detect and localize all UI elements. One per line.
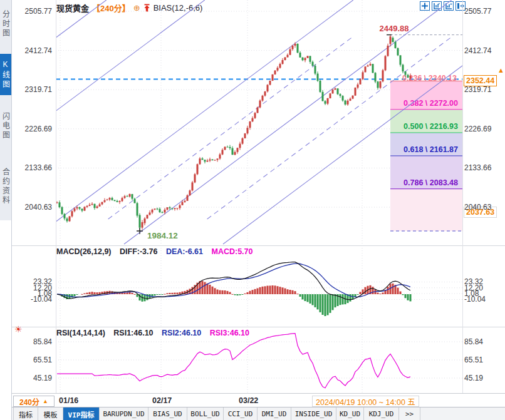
sidebar-tab-item[interactable]: 闪电图 <box>0 105 11 146</box>
rsi3-value: RSI3:46.10 <box>210 329 249 337</box>
y-axis-label: -10.04 <box>464 295 486 304</box>
svg-text:0.500 \ 2216.93: 0.500 \ 2216.93 <box>403 122 458 131</box>
indicator-tab[interactable]: >> <box>399 407 420 420</box>
price-up-arrow-icon: ▲ <box>497 66 504 74</box>
rsi-title: RSI(14,14,14) <box>56 329 105 337</box>
y-axis-label: 2505.77 <box>464 7 491 16</box>
y-axis-label: 2412.74 <box>464 46 491 55</box>
indicator-tab[interactable]: 指标 <box>13 407 38 420</box>
y-axis-label: 2319.71 <box>464 85 491 94</box>
y-axis-label: 2319.71 <box>12 85 52 94</box>
indicator-tab[interactable]: KDJ_UD <box>364 407 399 420</box>
period-selector[interactable]: 240分 ▲ <box>13 396 55 407</box>
y-axis-label: 85.84 <box>464 337 483 346</box>
indicator-tab[interactable]: VIP指标 <box>63 407 100 420</box>
panel-divider <box>12 327 505 327</box>
indicator-tab[interactable]: BIAS_UD <box>148 407 187 420</box>
macd-macd-value: MACD:5.70 <box>211 247 252 256</box>
y-axis-label: 2040.63 <box>464 203 491 212</box>
x-axis-tick-label: 03/22 <box>239 396 258 405</box>
macd-diff-value: DIFF:-3.76 <box>120 247 157 256</box>
plot-right-border <box>462 0 463 393</box>
period-caret-icon: ▲ <box>43 398 48 404</box>
panel-divider <box>12 245 505 246</box>
sidebar-tab-selected[interactable]: K线图 <box>0 54 11 95</box>
svg-text:0.618 \ 2161.87: 0.618 \ 2161.87 <box>403 145 458 154</box>
date-range-label: 2024/04/19 10:00 ~ 14:00 五 <box>312 396 419 407</box>
macd-title: MACD(26,12,9) <box>56 247 112 256</box>
svg-text:1984.12: 1984.12 <box>147 231 178 240</box>
y-axis-label: -10.04 <box>12 295 52 304</box>
y-axis-label: 45.19 <box>12 374 52 382</box>
y-axis-label: 65.51 <box>12 356 52 364</box>
chart-area: 现货黄金 【240分】 ⊕ BIAS(12,-6,6) <box>12 0 505 420</box>
indicator-settings-sun-icon[interactable]: ☀ <box>14 324 23 334</box>
y-axis-label: 2505.77 <box>12 7 52 16</box>
time-axis-bar: 240分 ▲ 2024/04/19 10:00 ~ 14:00 五 01/160… <box>12 393 505 407</box>
trading-app-window: 分时图K线图闪电图合约资料 现货黄金 【240分】 ⊕ BIAS(12,-6,6… <box>0 0 505 420</box>
indicator-tab[interactable]: CCI_UD <box>224 407 258 420</box>
rsi-header: RSI(14,14,14) RSI1:46.10 RSI2:46.10 RSI3… <box>56 329 256 337</box>
y-axis-label: 2226.69 <box>464 125 491 133</box>
indicator-tab[interactable]: 模板 <box>38 407 63 420</box>
left-sidebar: 分时图K线图闪电图合约资料 <box>0 0 12 420</box>
candlestick-plot[interactable]: 0.382 \ 2272.000.500 \ 2216.930.618 \ 21… <box>56 0 462 245</box>
x-axis-tick-label: 01/16 <box>59 396 78 405</box>
y-axis-label: 2133.66 <box>12 163 52 172</box>
y-axis-label: 85.84 <box>12 337 52 346</box>
indicator-tab-bar: 指标模板VIP指标BARUPDN_UDBIAS_UDBOLL_UDCCI_UDD… <box>12 407 505 420</box>
indicator-tab[interactable]: BARUPDN_UD <box>100 407 148 420</box>
macd-plot[interactable] <box>56 245 462 327</box>
rsi2-value: RSI2:46.10 <box>162 329 201 337</box>
x-axis-tick-label: 02/17 <box>152 396 172 405</box>
indicator-tab[interactable]: DMI_UD <box>258 407 291 420</box>
y-axis-label: 45.19 <box>464 374 483 382</box>
y-axis-label: 2133.66 <box>464 163 491 172</box>
macd-header: MACD(26,12,9) DIFF:-3.76 DEA:-6.61 MACD:… <box>56 247 259 256</box>
y-axis-label: 2412.74 <box>12 46 52 55</box>
y-axis-label: 65.51 <box>464 356 483 364</box>
svg-text:0.786 \ 2083.48: 0.786 \ 2083.48 <box>403 178 458 187</box>
svg-text:2449.88: 2449.88 <box>380 24 409 33</box>
indicator-tab[interactable]: KD_UD <box>336 407 364 420</box>
indicator-tab[interactable]: BOLL_UD <box>187 407 224 420</box>
y-axis-label: 2040.63 <box>12 203 52 212</box>
period-selector-label: 240分 <box>19 396 39 407</box>
sidebar-tab-item[interactable]: 分时图 <box>0 4 11 44</box>
rsi1-value: RSI1:46.10 <box>113 329 153 337</box>
indicator-tab[interactable]: INSIDE_UD <box>291 407 336 420</box>
macd-dea-value: DEA:-6.61 <box>166 247 203 256</box>
sidebar-tab-item[interactable]: 合约资料 <box>0 156 11 217</box>
y-axis-label: 2226.69 <box>12 125 52 133</box>
